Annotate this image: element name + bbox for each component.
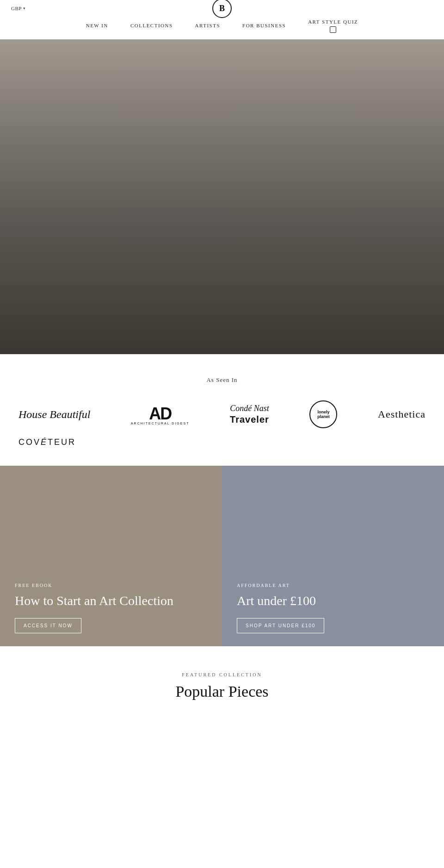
top-bar: GBP ▾ B xyxy=(0,0,444,15)
lonely-planet-text: lonely planet xyxy=(313,410,333,420)
press-row-2: COVÉTEUR xyxy=(15,437,429,447)
card-left-tag: FREE EBOOK xyxy=(15,583,207,588)
card-right-title: Art under £100 xyxy=(237,593,429,609)
logo-coveteur: COVÉTEUR xyxy=(18,437,76,447)
logo-conde-nast-traveler: Condé Nast Traveler xyxy=(230,404,269,425)
logo-lonely-planet: lonely planet xyxy=(309,400,337,428)
quiz-icon xyxy=(330,26,336,33)
shop-art-under-100-button[interactable]: SHOP ART UNDER £100 xyxy=(237,618,324,633)
logo-ad-subtitle: ARCHITECTURAL DIGEST xyxy=(131,422,189,425)
nav-item-artists[interactable]: ARTISTS xyxy=(195,22,220,29)
logo-aesthetica: Aesthetica xyxy=(378,408,426,420)
nav-item-new-in[interactable]: NEW IN xyxy=(86,22,108,29)
featured-collection-title: Popular Pieces xyxy=(0,683,444,700)
nav-item-collections[interactable]: COLLECTIONS xyxy=(130,22,173,29)
logo-letter: B xyxy=(219,4,225,13)
card-left-title: How to Start an Art Collection xyxy=(15,593,207,609)
currency-selector[interactable]: GBP ▾ xyxy=(11,6,25,11)
as-seen-in-label: As Seen In xyxy=(0,354,444,391)
featured-collection-section: FEATURED COLLECTION Popular Pieces xyxy=(0,646,444,712)
nav-item-art-style-quiz[interactable]: ART STYLE QUIZ xyxy=(308,19,358,33)
main-nav: NEW IN COLLECTIONS ARTISTS FOR BUSINESS … xyxy=(0,15,444,39)
logo-ad: AD ARCHITECTURAL DIGEST xyxy=(131,404,189,425)
nav-item-for-business[interactable]: FOR BUSINESS xyxy=(242,22,286,29)
hero-image xyxy=(0,39,444,354)
logo-ad-letters: AD xyxy=(149,404,171,424)
currency-label: GBP xyxy=(11,6,22,11)
feature-cards: FREE EBOOK How to Start an Art Collectio… xyxy=(0,466,444,646)
card-affordable-art: AFFORDABLE ART Art under £100 SHOP ART U… xyxy=(222,466,444,646)
press-logos-section: House Beautiful AD ARCHITECTURAL DIGEST … xyxy=(0,391,444,466)
logo-house-beautiful: House Beautiful xyxy=(18,408,90,421)
card-free-ebook: FREE EBOOK How to Start an Art Collectio… xyxy=(0,466,222,646)
featured-collection-label: FEATURED COLLECTION xyxy=(0,672,444,677)
access-it-now-button[interactable]: ACCESS IT NOW xyxy=(15,618,81,633)
press-row-1: House Beautiful AD ARCHITECTURAL DIGEST … xyxy=(15,400,429,428)
card-right-tag: AFFORDABLE ART xyxy=(237,583,429,588)
currency-chevron-icon: ▾ xyxy=(23,6,26,11)
